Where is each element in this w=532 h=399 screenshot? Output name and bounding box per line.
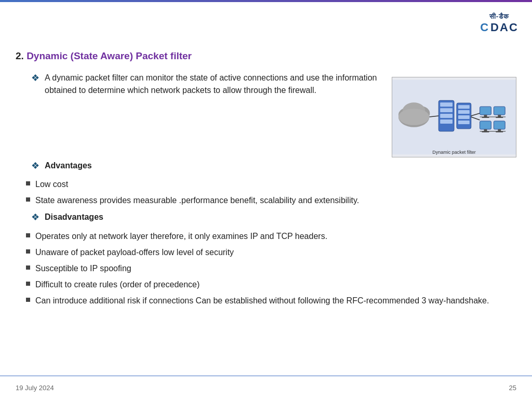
cdac-logo: सी-डैक CDAC (480, 12, 518, 34)
logo-hindi-text: सी-डैक (489, 12, 509, 21)
heading-colored-text: Dynamic (State Aware) Packet filter (26, 50, 192, 61)
svg-rect-23 (498, 115, 501, 117)
advantage-text-2: State awareness provides measurable .per… (35, 194, 359, 207)
main-content: 2. Dynamic (State Aware) Packet filter ❖… (16, 49, 516, 370)
section-heading: 2. Dynamic (State Aware) Packet filter (16, 49, 516, 63)
svg-rect-26 (484, 129, 487, 131)
logo-area: सी-डैक CDAC (476, 5, 523, 42)
disadvantage-text-5: Can introduce additional risk if connect… (35, 295, 489, 307)
disadvantage-text-1: Operates only at network layer therefore… (35, 230, 327, 243)
network-diagram-svg (392, 77, 516, 157)
intro-bullet-text: A dynamic packet filter can monitor the … (45, 72, 383, 98)
advantages-heading-bullet: ❖ Advantages (16, 159, 516, 172)
text-section: ❖ A dynamic packet filter can monitor th… (16, 72, 383, 104)
slide-footer: 19 July 2024 25 (0, 376, 532, 399)
svg-point-5 (398, 109, 430, 125)
svg-rect-19 (480, 107, 491, 115)
svg-rect-20 (484, 115, 487, 117)
disadvantages-block: ❖ Disadvantages Operates only at network… (16, 211, 516, 307)
sq-bullet-d2 (26, 249, 30, 254)
disadvantages-diamond-icon: ❖ (31, 211, 39, 223)
disadvantages-list: Operates only at network layer therefore… (16, 230, 516, 307)
network-diagram-image: Dynamic packet filter (392, 77, 516, 157)
svg-rect-14 (458, 115, 470, 119)
heading-number: 2. (16, 50, 24, 61)
svg-rect-9 (440, 114, 453, 118)
disadvantage-item-5: Can introduce additional risk if connect… (26, 295, 516, 307)
advantage-item-2: State awareness provides measurable .per… (26, 194, 516, 207)
svg-rect-13 (458, 110, 470, 114)
svg-rect-28 (494, 121, 505, 129)
svg-rect-8 (440, 108, 453, 112)
disadvantages-heading-bullet: ❖ Disadvantages (16, 211, 516, 224)
intro-bullet: ❖ A dynamic packet filter can monitor th… (16, 72, 383, 98)
logo-dac: DAC (490, 21, 518, 34)
slide-container: सी-डैक CDAC 2. Dynamic (State Aware) Pac… (0, 0, 532, 399)
disadvantage-text-2: Unaware of packet payload-offers low lev… (35, 246, 234, 259)
svg-rect-29 (498, 129, 501, 131)
advantage-text-1: Low cost (35, 178, 68, 191)
disadvantages-label: Disadvantages (45, 211, 516, 224)
disadvantage-item-4: Difficult to create rules (order of prec… (26, 278, 516, 291)
disadvantage-text-4: Difficult to create rules (order of prec… (35, 278, 200, 291)
sq-bullet-d4 (26, 282, 30, 286)
sq-bullet-d1 (26, 233, 30, 237)
square-bullet-icon-2 (26, 197, 30, 202)
square-bullet-icon (26, 181, 30, 185)
svg-rect-15 (458, 121, 470, 124)
advantages-label: Advantages (45, 159, 516, 172)
svg-rect-25 (480, 121, 491, 129)
advantages-block: ❖ Advantages Low cost State awareness pr… (16, 159, 516, 207)
advantage-item-1: Low cost (26, 178, 516, 191)
advantages-diamond-icon: ❖ (31, 160, 39, 171)
sq-bullet-d3 (26, 265, 30, 270)
svg-rect-22 (494, 107, 505, 115)
content-with-image: ❖ A dynamic packet filter can monitor th… (16, 72, 516, 157)
svg-rect-12 (458, 105, 470, 109)
advantages-list: Low cost State awareness provides measur… (16, 178, 516, 207)
disadvantage-item-1: Operates only at network layer therefore… (26, 230, 516, 243)
diamond-bullet-icon: ❖ (31, 72, 39, 84)
sq-bullet-d5 (26, 298, 30, 302)
svg-rect-10 (440, 119, 453, 124)
svg-rect-7 (440, 102, 453, 107)
footer-page-number: 25 (509, 384, 516, 392)
disadvantage-item-3: Susceptible to IP spoofing (26, 262, 516, 275)
footer-date: 19 July 2024 (16, 384, 54, 392)
disadvantage-text-3: Susceptible to IP spoofing (35, 262, 131, 275)
diagram-caption: Dynamic packet filter (392, 150, 516, 155)
logo-english: CDAC (480, 21, 518, 34)
logo-c: C (480, 21, 489, 34)
top-border (0, 0, 532, 2)
disadvantage-item-2: Unaware of packet payload-offers low lev… (26, 246, 516, 259)
